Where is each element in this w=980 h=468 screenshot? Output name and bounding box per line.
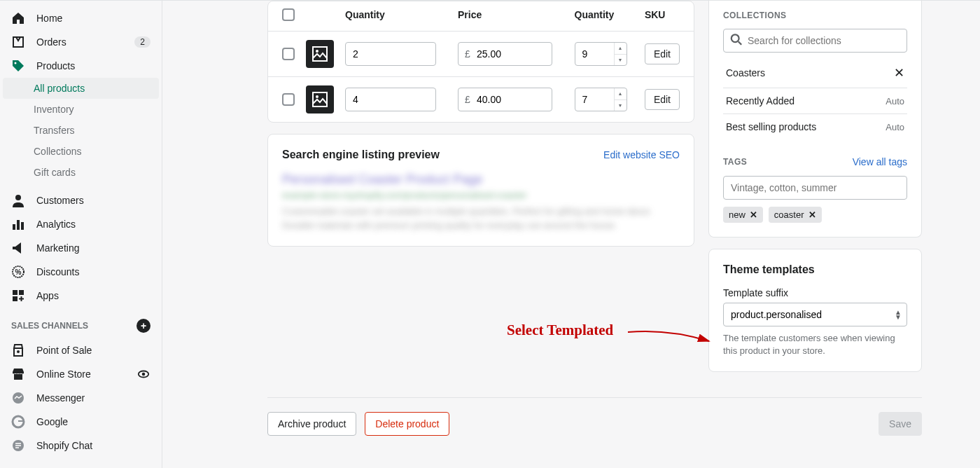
view-all-tags-link[interactable]: View all tags bbox=[853, 156, 907, 167]
variant-row: £ ▲▼ Edit bbox=[268, 32, 694, 77]
variant-price-input[interactable] bbox=[458, 88, 552, 111]
collection-name: Coasters bbox=[726, 67, 765, 78]
nav-gift-cards[interactable]: Gift cards bbox=[0, 162, 162, 183]
edit-variant-button[interactable]: Edit bbox=[645, 89, 680, 110]
nav-online-store[interactable]: Online Store bbox=[0, 362, 162, 386]
nav-marketing[interactable]: Marketing bbox=[0, 236, 162, 260]
collections-header: COLLECTIONS bbox=[723, 11, 907, 20]
nav-all-products[interactable]: All products bbox=[3, 78, 159, 99]
th-quantity1: Quantity bbox=[340, 1, 452, 32]
template-suffix-select[interactable]: product.personalised bbox=[723, 303, 907, 326]
nav-shopify-chat[interactable]: Shopify Chat bbox=[0, 434, 162, 457]
svg-line-22 bbox=[738, 41, 742, 45]
svg-rect-4 bbox=[17, 220, 20, 230]
nav-messenger[interactable]: Messenger bbox=[0, 386, 162, 410]
nav-collections-label: Collections bbox=[34, 146, 81, 157]
auto-label: Auto bbox=[886, 122, 904, 132]
currency-symbol: £ bbox=[465, 48, 470, 60]
svg-rect-0 bbox=[13, 37, 23, 47]
collection-item: Recently AddedAuto bbox=[723, 88, 907, 114]
image-icon[interactable] bbox=[306, 85, 334, 113]
svg-rect-17 bbox=[313, 47, 327, 61]
seo-title: Search engine listing preview bbox=[282, 149, 440, 161]
template-suffix-label: Template suffix bbox=[723, 287, 907, 298]
nav-google[interactable]: Google bbox=[0, 410, 162, 434]
svg-point-13 bbox=[142, 373, 146, 376]
apps-icon bbox=[11, 289, 25, 303]
edit-variant-button[interactable]: Edit bbox=[645, 43, 680, 64]
variants-table: Quantity Price Quantity SKU £ ▲▼ Edit £ … bbox=[268, 1, 694, 122]
svg-rect-10 bbox=[13, 296, 18, 301]
svg-rect-3 bbox=[13, 224, 15, 230]
main-content: Quantity Price Quantity SKU £ ▲▼ Edit £ … bbox=[162, 1, 980, 468]
seo-preview: Personalised Coaster Product Page exampl… bbox=[282, 172, 680, 232]
home-icon bbox=[11, 11, 25, 25]
remove-collection-icon[interactable]: ✕ bbox=[894, 65, 904, 81]
remove-tag-icon[interactable]: ✕ bbox=[808, 209, 816, 220]
stepper-buttons[interactable]: ▲▼ bbox=[614, 88, 626, 111]
nav-discounts-label: Discounts bbox=[36, 266, 79, 277]
chat-icon bbox=[11, 439, 25, 453]
view-store-icon[interactable] bbox=[136, 367, 150, 381]
collection-item: Coasters✕ bbox=[723, 58, 907, 88]
nav-collections[interactable]: Collections bbox=[0, 141, 162, 162]
template-help-text: The template customers see when viewing … bbox=[723, 332, 907, 357]
nav-online-store-label: Online Store bbox=[36, 369, 91, 380]
nav-inventory[interactable]: Inventory bbox=[0, 99, 162, 120]
variant-checkbox[interactable] bbox=[282, 48, 295, 60]
orders-icon bbox=[11, 35, 25, 49]
svg-rect-19 bbox=[313, 92, 327, 106]
nav-apps[interactable]: Apps bbox=[0, 284, 162, 308]
variant-checkbox[interactable] bbox=[282, 93, 295, 106]
variant-qty-input[interactable] bbox=[345, 88, 436, 111]
svg-point-20 bbox=[316, 95, 318, 98]
archive-product-button[interactable]: Archive product bbox=[267, 412, 356, 436]
image-icon[interactable] bbox=[306, 40, 334, 68]
nav-pos[interactable]: Point of Sale bbox=[0, 338, 162, 362]
stepper-buttons[interactable]: ▲▼ bbox=[614, 43, 626, 65]
svg-rect-5 bbox=[21, 222, 24, 230]
collection-item: Best selling productsAuto bbox=[723, 114, 907, 139]
auto-label: Auto bbox=[886, 96, 904, 106]
nav-transfers[interactable]: Transfers bbox=[0, 120, 162, 141]
variants-card: Quantity Price Quantity SKU £ ▲▼ Edit £ … bbox=[267, 1, 694, 123]
tag-label: new bbox=[729, 209, 746, 220]
collections-search-input[interactable] bbox=[723, 29, 907, 53]
tags-header: TAGS bbox=[723, 157, 747, 167]
svg-point-18 bbox=[316, 50, 318, 53]
svg-point-11 bbox=[17, 350, 20, 353]
nav-home[interactable]: Home bbox=[0, 6, 162, 30]
theme-templates-card: Theme templates Template suffix product.… bbox=[708, 249, 922, 372]
nav-products-label: Products bbox=[36, 60, 75, 71]
nav-inventory-label: Inventory bbox=[34, 104, 74, 115]
nav-home-label: Home bbox=[36, 13, 62, 24]
nav-analytics[interactable]: Analytics bbox=[0, 212, 162, 236]
google-icon bbox=[11, 415, 25, 429]
delete-product-button[interactable]: Delete product bbox=[365, 412, 449, 436]
svg-point-2 bbox=[15, 195, 21, 200]
select-all-checkbox[interactable] bbox=[282, 8, 295, 21]
nav-all-products-label: All products bbox=[34, 83, 85, 94]
variant-price-input[interactable] bbox=[458, 42, 552, 66]
nav-products[interactable]: Products bbox=[0, 54, 162, 78]
analytics-icon bbox=[11, 217, 25, 231]
svg-rect-8 bbox=[13, 290, 18, 295]
products-icon bbox=[11, 59, 25, 73]
svg-text:%: % bbox=[15, 268, 22, 276]
nav-orders[interactable]: Orders 2 bbox=[0, 30, 162, 54]
nav-shopify-chat-label: Shopify Chat bbox=[36, 440, 92, 451]
nav-customers[interactable]: Customers bbox=[0, 188, 162, 212]
svg-rect-9 bbox=[19, 290, 24, 295]
sidebar: Home Orders 2 Products All products Inve… bbox=[0, 1, 162, 468]
edit-seo-link[interactable]: Edit website SEO bbox=[603, 149, 680, 160]
variant-row: £ ▲▼ Edit bbox=[268, 77, 694, 123]
nav-transfers-label: Transfers bbox=[34, 125, 75, 136]
add-channel-icon[interactable]: + bbox=[136, 319, 150, 333]
messenger-icon bbox=[11, 391, 25, 405]
nav-discounts[interactable]: % Discounts bbox=[0, 260, 162, 284]
remove-tag-icon[interactable]: ✕ bbox=[750, 209, 757, 220]
nav-google-label: Google bbox=[36, 416, 68, 427]
variant-qty-input[interactable] bbox=[345, 42, 436, 66]
sales-channels-header: SALES CHANNELS + bbox=[0, 308, 162, 338]
tags-input[interactable] bbox=[723, 176, 907, 200]
